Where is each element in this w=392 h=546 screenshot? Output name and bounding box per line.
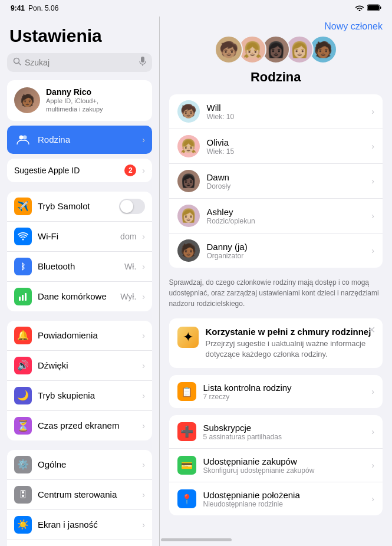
screentime-icon: ⏳	[14, 417, 32, 435]
options-card: ➕ Subskrypcje 5 assinaturas partilhadas …	[169, 415, 383, 515]
subscriptions-sub: 5 assinaturas partilhadas	[203, 433, 365, 441]
purchases-icon: 💳	[177, 456, 196, 475]
location-sub: Nieudostępniane rodzinie	[203, 500, 365, 508]
svg-rect-9	[19, 297, 21, 301]
family-title: Rodzina	[251, 70, 301, 85]
control-center-label: Centrum sterowania	[38, 489, 136, 499]
account-card[interactable]: 🧑🏾 Danny Rico Apple ID, iCloud+,multimed…	[7, 80, 152, 121]
suggestions-chevron: ›	[142, 166, 145, 175]
subscriptions-chevron: ›	[371, 427, 374, 436]
home-indicator	[161, 538, 232, 541]
airplane-label: Tryb Samolot	[38, 201, 113, 211]
feature-card[interactable]: ✦ Korzystanie w pełni z chmury rodzinnej…	[169, 318, 383, 368]
feature-title: Korzystanie w pełni z chmury rodzinnej	[206, 327, 375, 337]
bluetooth-label: Bluetooth	[38, 261, 118, 271]
member-chevron-olivia: ›	[371, 142, 374, 151]
settings-item-general[interactable]: ⚙️ Ogólne ›	[7, 450, 152, 480]
member-name-ashley: Ashley	[207, 207, 365, 217]
member-info-olivia: Olivia Wiek: 15	[207, 137, 365, 156]
sounds-label: Dźwięki	[38, 360, 136, 370]
list-sub: 7 rzeczy	[203, 393, 365, 401]
list-info: Lista kontrolna rodziny 7 rzeczy	[203, 383, 365, 401]
screentime-label: Czas przed ekranem	[38, 420, 136, 430]
settings-item-cellular[interactable]: Dane komórkowe Wył. ›	[7, 282, 152, 311]
member-row-ashley[interactable]: 👩🏼 Ashley Rodzic/opiekun ›	[169, 199, 383, 233]
settings-item-focus[interactable]: 🌙 Tryb skupienia ›	[7, 381, 152, 411]
account-sub: Apple ID, iCloud+,multimedia i zakupy	[46, 97, 145, 114]
new-member-button[interactable]: Nowy członek	[324, 21, 383, 32]
bluetooth-chevron: ›	[142, 262, 145, 271]
subscriptions-icon: ➕	[177, 422, 196, 441]
search-input[interactable]	[25, 58, 136, 67]
family-chevron: ›	[142, 135, 145, 144]
list-icon: 📋	[177, 382, 196, 401]
battery-icon	[367, 4, 381, 13]
purchases-chevron: ›	[371, 461, 374, 470]
mic-icon	[139, 57, 146, 68]
purchases-sub: Skonfiguruj udostępnianie zakupów	[203, 466, 365, 475]
member-sub-dawn: Dorosły	[207, 182, 365, 190]
svg-point-7	[19, 135, 24, 139]
wifi-icon	[355, 4, 364, 12]
family-avatars: 🧒🏽 👧🏼 👩🏿 👩🏼 🧑🏾	[215, 35, 337, 64]
member-avatar-will: 🧒🏽	[177, 100, 200, 123]
suggestions-badge: 2	[124, 165, 136, 176]
member-name-olivia: Olivia	[207, 137, 365, 147]
member-avatar-danny: 🧑🏾	[177, 239, 200, 262]
settings-item-notifications[interactable]: 🔔 Powiadomienia ›	[7, 321, 152, 351]
feature-close-icon[interactable]: ✕	[368, 324, 375, 336]
account-name: Danny Rico	[46, 87, 145, 97]
option-row-purchases[interactable]: 💳 Udostępnianie zakupów Skonfiguruj udos…	[169, 449, 383, 482]
bluetooth-icon: ᛒ	[14, 258, 32, 275]
subscriptions-title: Subskrypcje	[203, 423, 365, 433]
settings-item-wifi[interactable]: Wi-Fi dom ›	[7, 222, 152, 252]
member-avatar-ashley: 👩🏼	[177, 205, 200, 227]
cellular-chevron: ›	[142, 292, 145, 301]
member-row-will[interactable]: 🧒🏽 Will Wiek: 10 ›	[169, 94, 383, 129]
member-info-ashley: Ashley Rodzic/opiekun	[207, 207, 365, 225]
settings-item-sounds[interactable]: 🔊 Dźwięki ›	[7, 351, 152, 381]
sidebar-item-family[interactable]: Rodzina ›	[7, 126, 152, 154]
cellular-label: Dane komórkowe	[38, 291, 114, 301]
option-row-subscriptions[interactable]: ➕ Subskrypcje 5 assinaturas partilhadas …	[169, 415, 383, 449]
suggestions-row[interactable]: Sugestie Apple ID 2 ›	[7, 159, 152, 182]
members-card: 🧒🏽 Will Wiek: 10 › 👧🏼 Olivia Wiek: 15 › …	[169, 94, 383, 268]
settings-item-homescreen[interactable]: 🏠 Ekran początkowy i biblioteka aplikacj…	[7, 540, 152, 546]
member-row-danny[interactable]: 🧑🏾 Danny (ja) Organizator ›	[169, 233, 383, 268]
settings-item-bluetooth[interactable]: ᛒ Bluetooth Wł. ›	[7, 252, 152, 282]
member-row-olivia[interactable]: 👧🏼 Olivia Wiek: 15 ›	[169, 129, 383, 164]
settings-item-airplane[interactable]: ✈️ Tryb Samolot	[7, 192, 152, 222]
svg-point-8	[23, 135, 27, 139]
search-bar[interactable]	[7, 53, 152, 72]
airplane-toggle[interactable]	[119, 199, 145, 214]
list-kontrolna-row[interactable]: 📋 Lista kontrolna rodziny 7 rzeczy ›	[169, 375, 383, 408]
airplane-icon: ✈️	[14, 198, 32, 215]
focus-label: Tryb skupienia	[38, 390, 136, 400]
info-text: Sprawdzaj, do czego członkowie rodziny m…	[169, 277, 383, 309]
member-sub-danny: Organizator	[207, 252, 365, 260]
member-chevron-dawn: ›	[371, 176, 374, 186]
control-center-icon: 🎛	[14, 486, 32, 504]
member-chevron-danny: ›	[371, 246, 374, 255]
location-icon: 📍	[177, 489, 196, 508]
settings-item-control-center[interactable]: 🎛 Centrum sterowania ›	[7, 480, 152, 510]
wifi-chevron: ›	[142, 232, 145, 241]
svg-rect-5	[141, 57, 144, 63]
member-sub-will: Wiek: 10	[207, 113, 365, 121]
cellular-value: Wył.	[120, 292, 136, 301]
location-info: Udostępnianie położenia Nieudostępniane …	[203, 490, 365, 508]
member-info-danny: Danny (ja) Organizator	[207, 242, 365, 260]
family-icon	[14, 131, 32, 149]
search-icon	[13, 57, 21, 68]
settings-item-display[interactable]: ☀️ Ekran i jasność ›	[7, 510, 152, 540]
settings-item-screentime[interactable]: ⏳ Czas przed ekranem ›	[7, 411, 152, 440]
purchases-title: Udostępnianie zakupów	[203, 456, 365, 466]
purchases-info: Udostępnianie zakupów Skonfiguruj udostę…	[203, 456, 365, 475]
option-row-location[interactable]: 📍 Udostępnianie położenia Nieudostępnian…	[169, 482, 383, 515]
notifications-icon: 🔔	[14, 327, 32, 344]
general-label: Ogólne	[38, 459, 136, 469]
feature-icon: ✦	[177, 327, 199, 348]
member-sub-olivia: Wiek: 15	[207, 147, 365, 156]
account-info: Danny Rico Apple ID, iCloud+,multimedia …	[46, 87, 145, 114]
member-row-dawn[interactable]: 👩🏿 Dawn Dorosły ›	[169, 164, 383, 199]
